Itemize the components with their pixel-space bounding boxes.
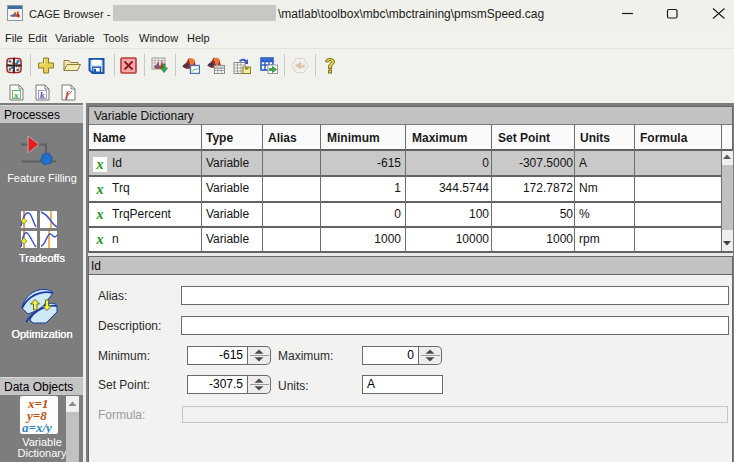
svg-text:a=x/y: a=x/y <box>22 420 52 434</box>
svg-text:x: x <box>13 90 19 100</box>
svg-text:k: k <box>40 90 45 100</box>
